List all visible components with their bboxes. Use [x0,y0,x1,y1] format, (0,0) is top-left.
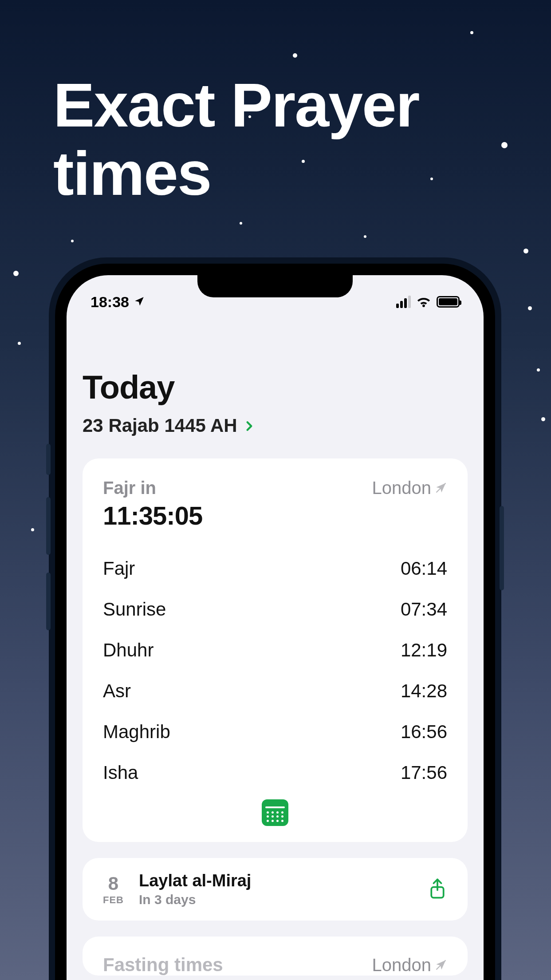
status-time: 18:38 [91,293,129,311]
event-month: FEB [103,894,124,906]
prayer-time: 16:56 [401,721,447,743]
prayer-time: 14:28 [401,680,447,702]
prayer-name: Dhuhr [103,640,153,661]
event-day: 8 [103,873,124,894]
phone-frame: 18:38 [49,257,501,980]
location-button[interactable]: London [372,478,447,498]
prayer-time: 07:34 [401,599,447,620]
wifi-icon [416,293,431,311]
fasting-location: London [372,955,447,975]
location-off-icon [435,955,447,975]
calendar-button[interactable] [262,799,288,826]
prayer-row-dhuhr[interactable]: Dhuhr 12:19 [103,630,447,671]
prayer-time: 12:19 [401,640,447,661]
phone-power-button [500,506,504,590]
svg-line-2 [437,960,446,969]
prayer-name: Isha [103,762,138,783]
svg-line-0 [437,483,446,493]
headline-line-1: Exact Prayer [53,71,419,139]
fasting-title: Fasting times [103,954,223,976]
prayer-row-fajr[interactable]: Fajr 06:14 [103,548,447,589]
event-name: Laylat al-Miraj [139,871,413,890]
prayer-name: Fajr [103,558,135,579]
share-icon [428,878,447,899]
prayer-name: Maghrib [103,721,170,743]
event-date: 8 FEB [103,873,124,906]
prayer-list: Fajr 06:14 Sunrise 07:34 Dhuhr 12:19 A [103,548,447,793]
prayer-name: Asr [103,680,131,702]
marketing-headline: Exact Prayer times [53,71,419,208]
prayer-row-sunrise[interactable]: Sunrise 07:34 [103,589,447,630]
page-title: Today [83,368,468,406]
battery-icon [437,296,460,308]
phone-volume-up [46,497,51,555]
hijri-date-button[interactable]: 23 Rajab 1445 AH [83,415,468,436]
fasting-times-card[interactable]: Fasting times London [83,937,468,976]
phone-notch [197,275,353,297]
prayer-times-card: Fajr in 11:35:05 London Fajr [83,458,468,842]
prayer-row-asr[interactable]: Asr 14:28 [103,671,447,711]
phone-volume-down [46,573,51,630]
prayer-name: Sunrise [103,599,166,620]
chevron-right-icon [244,415,255,436]
upcoming-event-card[interactable]: 8 FEB Laylat al-Miraj In 3 days [83,858,468,921]
cellular-signal-icon [396,296,411,308]
next-prayer-label: Fajr in [103,478,202,498]
prayer-time: 17:56 [401,762,447,783]
headline-line-2: times [53,139,419,208]
prayer-row-isha[interactable]: Isha 17:56 [103,752,447,793]
share-button[interactable] [428,878,447,901]
prayer-time: 06:14 [401,558,447,579]
location-label: London [372,478,431,498]
phone-mute-switch [46,444,51,475]
fasting-location-label: London [372,955,431,975]
location-arrow-icon [134,293,145,311]
prayer-row-maghrib[interactable]: Maghrib 16:56 [103,711,447,752]
event-countdown: In 3 days [139,892,413,907]
next-prayer-countdown: 11:35:05 [103,501,202,530]
hijri-date-label: 23 Rajab 1445 AH [83,415,237,436]
location-off-icon [435,478,447,498]
